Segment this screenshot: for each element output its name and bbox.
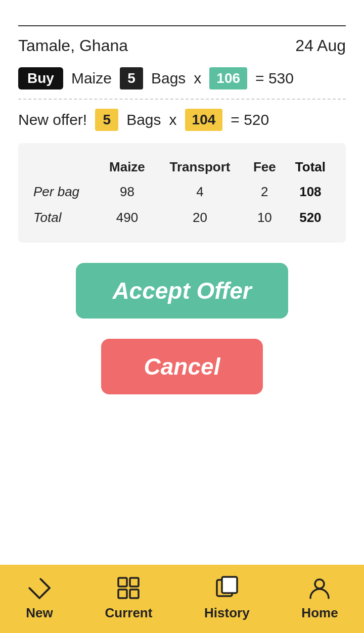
total-total: 520 bbox=[285, 205, 336, 231]
nav-label-history: History bbox=[204, 605, 250, 621]
bags-label: Bags bbox=[151, 70, 186, 87]
total-maize: 490 bbox=[99, 205, 156, 231]
nav-item-home[interactable]: Home bbox=[301, 575, 338, 621]
current-icon bbox=[115, 575, 142, 601]
new-icon bbox=[26, 575, 53, 601]
perbag-fee: 2 bbox=[244, 179, 285, 205]
col-header-fee: Fee bbox=[244, 155, 285, 179]
col-header-empty bbox=[28, 155, 99, 179]
cancel-button[interactable]: Cancel bbox=[101, 339, 263, 394]
perbag-transport: 4 bbox=[156, 179, 244, 205]
buy-badge: Buy bbox=[18, 67, 63, 89]
col-header-total: Total bbox=[285, 155, 336, 179]
nav-label-new: New bbox=[26, 605, 53, 621]
row-total: Total 490 20 10 520 bbox=[28, 205, 336, 231]
original-price-badge: 106 bbox=[209, 67, 247, 89]
svg-line-5 bbox=[30, 589, 38, 597]
perbag-total: 108 bbox=[285, 179, 336, 205]
location-row: Tamale, Ghana 24 Aug bbox=[18, 36, 346, 55]
total-transport: 20 bbox=[156, 205, 244, 231]
nav-item-history[interactable]: History bbox=[204, 575, 250, 621]
col-header-transport: Transport bbox=[156, 155, 244, 179]
new-bags-unit: Bags bbox=[126, 111, 161, 128]
new-total: = 520 bbox=[231, 111, 269, 128]
row-label-total: Total bbox=[28, 205, 99, 231]
row-label-perbag: Per bag bbox=[28, 179, 99, 205]
svg-rect-6 bbox=[118, 578, 127, 586]
svg-line-4 bbox=[40, 579, 49, 587]
new-offer-label: New offer! bbox=[18, 111, 87, 128]
accept-offer-button[interactable]: Accept Offer bbox=[76, 263, 288, 319]
perbag-maize: 98 bbox=[99, 179, 156, 205]
new-bags-badge: 5 bbox=[95, 109, 118, 131]
total-fee: 10 bbox=[244, 205, 285, 231]
new-offer-row: New offer! 5 Bags x 104 = 520 bbox=[18, 109, 346, 131]
svg-rect-9 bbox=[130, 590, 139, 598]
row-per-bag: Per bag 98 4 2 108 bbox=[28, 179, 336, 205]
new-multiply: x bbox=[169, 111, 177, 128]
col-header-maize: Maize bbox=[99, 155, 156, 179]
svg-rect-8 bbox=[118, 590, 127, 598]
multiply-symbol: x bbox=[194, 70, 201, 87]
history-icon bbox=[214, 575, 240, 601]
bottom-nav: New Current History Home bbox=[0, 565, 364, 633]
new-price-badge: 104 bbox=[185, 109, 223, 131]
svg-rect-7 bbox=[130, 578, 139, 586]
svg-point-12 bbox=[315, 579, 324, 589]
commodity-label: Maize bbox=[71, 70, 112, 87]
original-total: = 530 bbox=[255, 70, 294, 87]
original-bags-badge: 5 bbox=[120, 67, 143, 89]
nav-label-home: Home bbox=[301, 605, 338, 621]
dashed-divider bbox=[18, 99, 346, 100]
svg-line-3 bbox=[39, 588, 50, 598]
svg-rect-11 bbox=[222, 577, 237, 593]
home-icon bbox=[306, 575, 333, 601]
location-text: Tamale, Ghana bbox=[18, 36, 128, 55]
date-text: 24 Aug bbox=[295, 36, 346, 55]
nav-item-new[interactable]: New bbox=[26, 575, 53, 621]
nav-label-current: Current bbox=[105, 605, 153, 621]
original-offer-row: Buy Maize 5 Bags x 106 = 530 bbox=[18, 67, 346, 89]
top-divider bbox=[18, 25, 346, 26]
nav-item-current[interactable]: Current bbox=[105, 575, 153, 621]
breakdown-table: Maize Transport Fee Total Per bag 98 4 2… bbox=[18, 143, 346, 243]
